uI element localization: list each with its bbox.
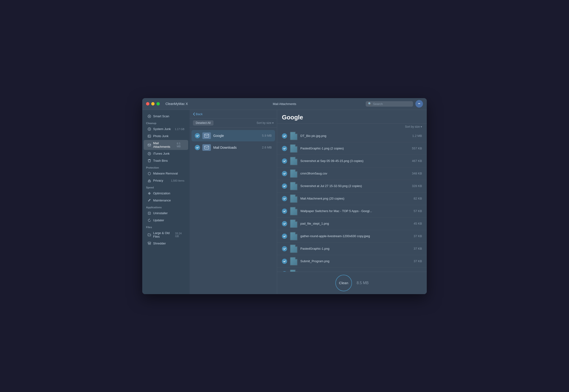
file-thumbnail (290, 169, 298, 178)
file-name: Screenshot at Sep 05 09-45-15.png (3 cop… (300, 159, 405, 163)
right-header: Google (277, 110, 427, 124)
trash-bins-icon (148, 159, 151, 163)
file-size: 37 KB (408, 234, 422, 238)
file-size: 1.2 MB (408, 134, 422, 138)
mail-list: Google 5.9 MB Mail Do (190, 128, 277, 294)
sidebar-label: Malware Removal (153, 172, 178, 175)
maximize-button[interactable] (156, 102, 160, 105)
table-row[interactable]: PastedGraphic-1.png (2 copies) 557 KB (277, 142, 427, 155)
uninstaller-icon (148, 211, 151, 215)
section-files: Files (142, 224, 190, 230)
table-row[interactable]: pad_file_stept_1.png 45 KB (277, 218, 427, 230)
sort-button[interactable]: Sort by size ▾ (256, 121, 274, 125)
traffic-lights (146, 102, 160, 105)
table-row[interactable]: Screenshot at Sep 05 09-45-15.png (3 cop… (277, 155, 427, 168)
table-row[interactable]: Step_2_Get_data.png 37 KB (277, 268, 427, 272)
file-name: DT_Bio pic.jpg.png (300, 134, 405, 138)
back-button[interactable]: Back (193, 112, 203, 116)
file-thumbnail (290, 182, 298, 190)
table-row[interactable]: DT_Bio pic.jpg.png 1.2 MB (277, 130, 427, 142)
sidebar-item-maintenance[interactable]: Maintenance (144, 197, 188, 204)
back-label: Back (196, 112, 203, 116)
toolbar: Deselect All Sort by size ▾ (190, 118, 277, 128)
large-old-files-icon (148, 233, 151, 237)
sidebar-label: Large & Old Files (153, 231, 173, 238)
sidebar-label: Photo Junk (153, 134, 168, 138)
table-row[interactable]: gather-round-apple-livestream-1200x630 c… (277, 230, 427, 243)
svg-rect-10 (148, 242, 151, 243)
file-size: 328 KB (408, 184, 422, 188)
sidebar-item-trash-bins[interactable]: Trash Bins (144, 157, 188, 164)
table-row[interactable]: Mail Attachment.png (20 copies) 82 KB (277, 193, 427, 205)
sidebar-item-updater[interactable]: Updater (144, 217, 188, 224)
search-icon: 🔍 (368, 102, 372, 105)
titlebar: CleanMyMac X Mail Attachments 🔍 Search •… (142, 98, 427, 110)
check-circle (195, 133, 200, 138)
file-thumbnail (290, 244, 298, 253)
table-row[interactable]: Screenshot at Jul 27 15-32-50.png (2 cop… (277, 180, 427, 193)
file-thumbnail (290, 207, 298, 215)
sidebar-item-smart-scan[interactable]: Smart Scan (144, 113, 188, 120)
sidebar-item-mail-attachments[interactable]: Mail Attachments 8.5 MB (144, 140, 188, 150)
sidebar-item-itunes-junk[interactable]: iTunes Junk (144, 150, 188, 157)
search-bar[interactable]: 🔍 Search (366, 101, 413, 107)
file-size: 37 KB (408, 259, 422, 263)
table-row[interactable]: Wallpaper Switchers for Mac - TOP 5 Apps… (277, 205, 427, 218)
sidebar-item-shredder[interactable]: Shredder (144, 240, 188, 247)
sidebar-badge: 33.24 GB (175, 232, 184, 238)
file-size: 57 KB (408, 209, 422, 213)
sidebar-item-photo-junk[interactable]: Photo Junk (144, 133, 188, 140)
sidebar-item-optimization[interactable]: Optimization (144, 190, 188, 197)
table-row[interactable]: cmm3from5aug.csv 348 KB (277, 168, 427, 180)
sidebar-item-large-old-files[interactable]: Large & Old Files 33.24 GB (144, 230, 188, 240)
list-item[interactable]: Mail Downloads 2.6 MB (192, 142, 275, 153)
sidebar-label: Maintenance (153, 199, 171, 202)
smart-scan-icon (148, 114, 151, 118)
sidebar-label: Updater (153, 218, 164, 222)
sidebar-item-uninstaller[interactable]: Uninstaller (144, 210, 188, 217)
file-thumbnail (290, 132, 298, 140)
sidebar-item-privacy[interactable]: Privacy 1,583 items (144, 177, 188, 184)
avatar-button[interactable]: •• (415, 100, 423, 108)
svg-point-1 (149, 116, 150, 117)
check-circle (282, 246, 287, 251)
check-circle (282, 183, 287, 189)
system-junk-icon (148, 127, 151, 131)
table-row[interactable]: Submit_Program.png 37 KB (277, 255, 427, 268)
sidebar-item-malware-removal[interactable]: Malware Removal (144, 170, 188, 177)
sidebar-label: Shredder (153, 242, 166, 245)
file-size: 82 KB (408, 197, 422, 200)
check-circle (282, 171, 287, 176)
list-item[interactable]: Google 5.9 MB (192, 130, 275, 141)
check-circle (282, 234, 287, 239)
back-chevron-icon (193, 112, 195, 116)
search-input[interactable]: Search (373, 102, 383, 106)
checkmark-icon (283, 185, 286, 187)
close-button[interactable] (146, 102, 149, 105)
file-name: PastedGraphic-1.png (300, 247, 405, 250)
file-list: DT_Bio pic.jpg.png 1.2 MB PastedGraphic-… (277, 130, 427, 272)
check-circle (282, 196, 287, 201)
file-thumbnail (290, 194, 298, 203)
file-name: Submit_Program.png (300, 259, 405, 263)
maintenance-icon (148, 199, 151, 202)
deselect-all-button[interactable]: Deselect All (193, 120, 213, 126)
file-thumbnail (290, 269, 298, 272)
check-circle (282, 146, 287, 151)
right-sort-label[interactable]: Sort by size ▾ (277, 124, 427, 130)
updater-icon (148, 218, 151, 222)
clean-button[interactable]: Clean (335, 275, 352, 291)
sidebar-label: Uninstaller (153, 211, 167, 215)
section-speed: Speed (142, 184, 190, 190)
middle-panel: Back Deselect All Sort by size ▾ (190, 110, 277, 294)
sidebar-item-system-junk[interactable]: System Junk 1.17 GB (144, 126, 188, 132)
file-name: cmm3from5aug.csv (300, 172, 405, 175)
file-name: Wallpaper Switchers for Mac - TOP 5 Apps… (300, 209, 405, 213)
privacy-icon (148, 179, 151, 182)
checkmark-icon (283, 210, 286, 212)
file-thumbnail (290, 257, 298, 266)
content-area: Smart Scan Cleanup System Junk 1.17 GB P… (142, 110, 427, 294)
file-thumbnail (290, 232, 298, 240)
table-row[interactable]: PastedGraphic-1.png 37 KB (277, 243, 427, 255)
minimize-button[interactable] (151, 102, 155, 105)
